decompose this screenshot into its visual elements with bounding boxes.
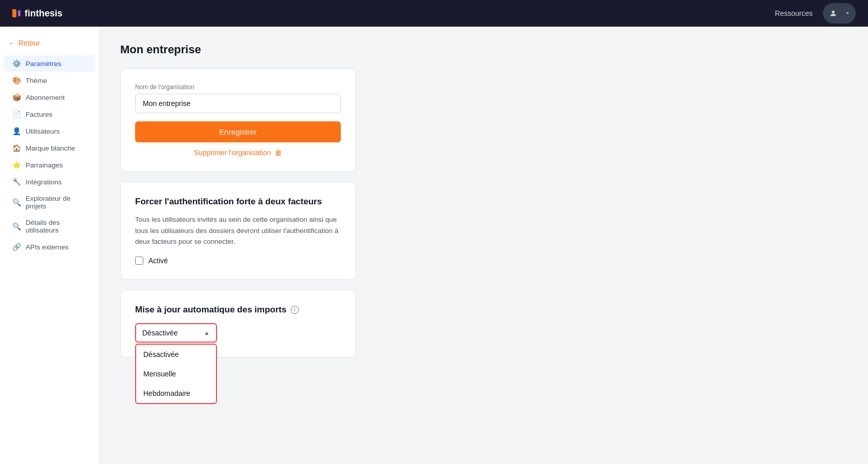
twofa-checkbox[interactable] <box>135 257 143 265</box>
import-frequency-select-wrapper: Désactivée ▲ Désactivée Mensuelle Hebdom… <box>135 323 217 343</box>
sidebar-item-parrainages[interactable]: ⭐ Parrainages <box>4 157 95 173</box>
sidebar-item-utilisateurs-label: Utilisateurs <box>26 128 60 135</box>
twofa-title: Forcer l'authentification forte à deux f… <box>135 197 341 207</box>
sidebar-item-abonnement[interactable]: 📦 Abonnement <box>4 89 95 106</box>
parametres-icon: ⚙️ <box>12 59 20 68</box>
save-button[interactable]: Enregistrer <box>135 121 341 142</box>
ressources-link[interactable]: Ressources <box>775 9 813 17</box>
explorateur-icon: 🔍 <box>12 198 20 206</box>
sidebar-item-theme-label: Thème <box>26 77 47 85</box>
logo-bar1 <box>12 9 16 17</box>
twofa-card: Forcer l'authentification forte à deux f… <box>120 182 356 280</box>
back-label: Retour <box>18 39 40 47</box>
dropdown-option-desactivee[interactable]: Désactivée <box>136 345 216 364</box>
import-frequency-dropdown: Désactivée Mensuelle Hebdomadaire <box>135 344 217 404</box>
abonnement-icon: 📦 <box>12 93 20 101</box>
app-logo[interactable]: finthesis <box>12 8 62 19</box>
sidebar-item-apis-externes[interactable]: 🔗 APIs externes <box>4 239 95 255</box>
twofa-description: Tous les utilisateurs invités au sein de… <box>135 214 341 247</box>
svg-point-0 <box>832 11 834 13</box>
sidebar-item-details-utilisateurs-label: Détails des utilisateurs <box>26 219 87 234</box>
org-name-card: Nom de l'organisation Enregistrer Suppri… <box>120 69 356 172</box>
sidebar-item-marque-blanche-label: Marque blanche <box>26 144 75 152</box>
delete-org-icon: 🗑 <box>275 149 282 157</box>
apis-icon: 🔗 <box>12 243 20 251</box>
sidebar: ← Retour ⚙️ Paramètres 🎨 Thème 📦 Abonnem… <box>0 27 100 464</box>
sidebar-item-parametres-label: Paramètres <box>26 60 61 68</box>
import-title-row: Mise à jour automatique des imports i <box>135 305 341 315</box>
avatar <box>825 5 841 22</box>
sidebar-item-theme[interactable]: 🎨 Thème <box>4 72 95 89</box>
sidebar-item-marque-blanche[interactable]: 🏠 Marque blanche <box>4 140 95 156</box>
layout: ← Retour ⚙️ Paramètres 🎨 Thème 📦 Abonnem… <box>0 27 868 464</box>
sidebar-item-integrations-label: Intégrations <box>26 178 62 186</box>
back-arrow-icon: ← <box>8 39 15 47</box>
logo-icon <box>12 9 20 17</box>
chevron-up-icon: ▲ <box>204 329 210 336</box>
dropdown-option-hebdomadaire[interactable]: Hebdomadaire <box>136 384 216 403</box>
factures-icon: 📄 <box>12 110 20 118</box>
delete-org-label: Supprimer l'organisation <box>194 149 271 157</box>
sidebar-item-explorateur-projets[interactable]: 🔍 Explorateur de projets <box>4 191 95 214</box>
delete-org-button[interactable]: Supprimer l'organisation 🗑 <box>135 149 341 157</box>
sidebar-item-parametres[interactable]: ⚙️ Paramètres <box>4 55 95 72</box>
twofa-checkbox-label[interactable]: Activé <box>148 257 168 265</box>
utilisateurs-icon: 👤 <box>12 127 20 135</box>
marque-blanche-icon: 🏠 <box>12 144 20 152</box>
user-menu-button[interactable] <box>823 3 856 24</box>
sidebar-item-apis-externes-label: APIs externes <box>26 243 69 251</box>
import-frequency-value: Désactivée <box>142 329 178 337</box>
chevron-down-icon <box>844 10 851 16</box>
main-content: Mon entreprise Nom de l'organisation Enr… <box>100 27 868 464</box>
org-name-input[interactable] <box>135 94 341 113</box>
twofa-checkbox-row: Activé <box>135 257 341 265</box>
sidebar-item-factures-label: Factures <box>26 111 53 118</box>
org-field-label: Nom de l'organisation <box>135 83 341 91</box>
sidebar-item-factures[interactable]: 📄 Factures <box>4 106 95 122</box>
sidebar-item-integrations[interactable]: 🔧 Intégrations <box>4 174 95 190</box>
parrainages-icon: ⭐ <box>12 161 20 169</box>
details-icon: 🔍 <box>12 222 20 230</box>
import-card: Mise à jour automatique des imports i Dé… <box>120 290 356 357</box>
import-title: Mise à jour automatique des imports <box>135 305 287 315</box>
dropdown-option-mensuelle[interactable]: Mensuelle <box>136 364 216 384</box>
sidebar-item-explorateur-projets-label: Explorateur de projets <box>26 195 87 210</box>
theme-icon: 🎨 <box>12 76 20 85</box>
sidebar-item-details-utilisateurs[interactable]: 🔍 Détails des utilisateurs <box>4 215 95 238</box>
app-name: finthesis <box>25 8 62 19</box>
topnav: finthesis Ressources <box>0 0 868 27</box>
info-icon[interactable]: i <box>291 306 299 314</box>
page-title: Mon entreprise <box>120 43 848 56</box>
back-button[interactable]: ← Retour <box>0 35 99 51</box>
sidebar-item-abonnement-label: Abonnement <box>26 94 65 101</box>
topnav-right: Ressources <box>775 3 856 24</box>
integrations-icon: 🔧 <box>12 178 20 186</box>
sidebar-item-parrainages-label: Parrainages <box>26 161 63 169</box>
import-frequency-select[interactable]: Désactivée ▲ <box>135 323 217 343</box>
logo-bar2 <box>18 10 20 16</box>
sidebar-item-utilisateurs[interactable]: 👤 Utilisateurs <box>4 123 95 139</box>
